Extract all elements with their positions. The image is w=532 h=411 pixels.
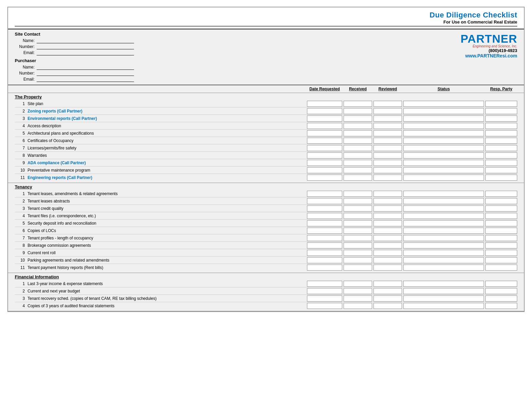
purchaser-name-field[interactable]	[37, 64, 134, 70]
date-requested-cell[interactable]	[307, 175, 342, 181]
received-cell[interactable]	[344, 123, 372, 129]
received-cell[interactable]	[344, 130, 372, 136]
date-requested-cell[interactable]	[307, 101, 342, 107]
received-cell[interactable]	[344, 191, 372, 197]
reviewed-cell[interactable]	[373, 213, 402, 219]
status-cell[interactable]	[403, 213, 484, 219]
reviewed-cell[interactable]	[373, 288, 402, 294]
status-cell[interactable]	[403, 167, 484, 173]
date-requested-cell[interactable]	[307, 288, 342, 294]
status-cell[interactable]	[403, 257, 484, 263]
status-cell[interactable]	[403, 281, 484, 287]
resp-party-cell[interactable]	[485, 138, 517, 144]
date-requested-cell[interactable]	[307, 123, 342, 129]
resp-party-cell[interactable]	[485, 198, 517, 204]
resp-party-cell[interactable]	[485, 281, 517, 287]
reviewed-cell[interactable]	[373, 108, 402, 114]
received-cell[interactable]	[344, 101, 372, 107]
received-cell[interactable]	[344, 242, 372, 248]
resp-party-cell[interactable]	[485, 257, 517, 263]
status-cell[interactable]	[403, 198, 484, 204]
resp-party-cell[interactable]	[485, 175, 517, 181]
received-cell[interactable]	[344, 160, 372, 166]
received-cell[interactable]	[344, 228, 372, 234]
received-cell[interactable]	[344, 167, 372, 173]
reviewed-cell[interactable]	[373, 145, 402, 151]
reviewed-cell[interactable]	[373, 175, 402, 181]
date-requested-cell[interactable]	[307, 250, 342, 256]
status-cell[interactable]	[403, 145, 484, 151]
status-cell[interactable]	[403, 191, 484, 197]
status-cell[interactable]	[403, 295, 484, 302]
received-cell[interactable]	[344, 175, 372, 181]
resp-party-cell[interactable]	[485, 295, 517, 302]
resp-party-cell[interactable]	[485, 228, 517, 234]
reviewed-cell[interactable]	[373, 116, 402, 122]
date-requested-cell[interactable]	[307, 160, 342, 166]
resp-party-cell[interactable]	[485, 108, 517, 114]
resp-party-cell[interactable]	[485, 152, 517, 158]
status-cell[interactable]	[403, 123, 484, 129]
reviewed-cell[interactable]	[373, 281, 402, 287]
resp-party-cell[interactable]	[485, 265, 517, 271]
site-number-field[interactable]	[37, 44, 134, 49]
status-cell[interactable]	[403, 138, 484, 144]
status-cell[interactable]	[403, 303, 484, 309]
reviewed-cell[interactable]	[373, 101, 402, 107]
resp-party-cell[interactable]	[485, 288, 517, 294]
resp-party-cell[interactable]	[485, 160, 517, 166]
reviewed-cell[interactable]	[373, 198, 402, 204]
reviewed-cell[interactable]	[373, 303, 402, 309]
date-requested-cell[interactable]	[307, 116, 342, 122]
date-requested-cell[interactable]	[307, 228, 342, 234]
reviewed-cell[interactable]	[373, 191, 402, 197]
reviewed-cell[interactable]	[373, 167, 402, 173]
resp-party-cell[interactable]	[485, 250, 517, 256]
resp-party-cell[interactable]	[485, 130, 517, 136]
received-cell[interactable]	[344, 205, 372, 212]
site-email-field[interactable]	[37, 50, 134, 55]
received-cell[interactable]	[344, 145, 372, 151]
resp-party-cell[interactable]	[485, 303, 517, 309]
received-cell[interactable]	[344, 108, 372, 114]
received-cell[interactable]	[344, 235, 372, 241]
received-cell[interactable]	[344, 303, 372, 309]
status-cell[interactable]	[403, 220, 484, 226]
received-cell[interactable]	[344, 152, 372, 158]
status-cell[interactable]	[403, 152, 484, 158]
reviewed-cell[interactable]	[373, 205, 402, 212]
site-name-field[interactable]	[37, 38, 134, 43]
date-requested-cell[interactable]	[307, 138, 342, 144]
status-cell[interactable]	[403, 175, 484, 181]
resp-party-cell[interactable]	[485, 167, 517, 173]
reviewed-cell[interactable]	[373, 228, 402, 234]
resp-party-cell[interactable]	[485, 220, 517, 226]
received-cell[interactable]	[344, 116, 372, 122]
purchaser-email-field[interactable]	[37, 77, 134, 82]
received-cell[interactable]	[344, 265, 372, 271]
date-requested-cell[interactable]	[307, 130, 342, 136]
purchaser-number-field[interactable]	[37, 71, 134, 76]
received-cell[interactable]	[344, 250, 372, 256]
status-cell[interactable]	[403, 160, 484, 166]
resp-party-cell[interactable]	[485, 205, 517, 212]
received-cell[interactable]	[344, 220, 372, 226]
status-cell[interactable]	[403, 228, 484, 234]
resp-party-cell[interactable]	[485, 213, 517, 219]
date-requested-cell[interactable]	[307, 152, 342, 158]
date-requested-cell[interactable]	[307, 295, 342, 302]
received-cell[interactable]	[344, 257, 372, 263]
received-cell[interactable]	[344, 138, 372, 144]
resp-party-cell[interactable]	[485, 145, 517, 151]
reviewed-cell[interactable]	[373, 220, 402, 226]
received-cell[interactable]	[344, 295, 372, 302]
status-cell[interactable]	[403, 205, 484, 212]
date-requested-cell[interactable]	[307, 108, 342, 114]
date-requested-cell[interactable]	[307, 220, 342, 226]
received-cell[interactable]	[344, 198, 372, 204]
date-requested-cell[interactable]	[307, 205, 342, 212]
reviewed-cell[interactable]	[373, 295, 402, 302]
resp-party-cell[interactable]	[485, 235, 517, 241]
date-requested-cell[interactable]	[307, 213, 342, 219]
status-cell[interactable]	[403, 235, 484, 241]
